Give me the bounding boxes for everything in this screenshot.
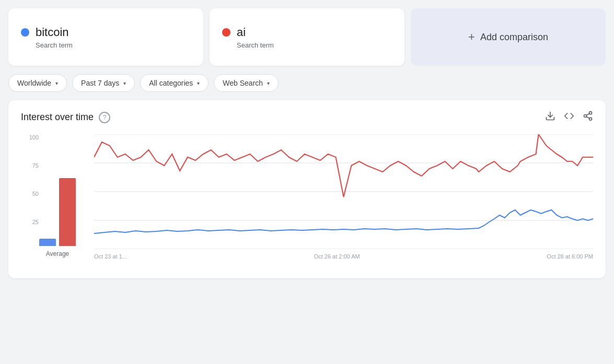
time-chevron-icon: ▾ <box>123 80 126 86</box>
term-header-ai: ai <box>222 26 392 39</box>
search-type-chevron-icon: ▾ <box>267 80 270 86</box>
y-axis: 100 75 50 25 <box>21 134 42 249</box>
term-card-ai: ai Search term <box>210 8 404 66</box>
bitcoin-term-name: bitcoin <box>36 26 69 39</box>
add-icon: + <box>468 30 475 44</box>
bitcoin-term-type: Search term <box>36 41 191 49</box>
y-label-75: 75 <box>21 162 42 169</box>
category-filter-label: All categories <box>149 79 193 87</box>
line-chart-wrapper: 100 75 50 25 <box>94 134 593 270</box>
card-title-group: Interest over time ? <box>21 112 110 123</box>
x-label-1: Oct 23 at 1... <box>94 253 127 260</box>
y-label-100: 100 <box>21 134 42 140</box>
svg-line-5 <box>586 113 589 115</box>
help-icon[interactable]: ? <box>99 112 110 123</box>
avg-label: Average <box>46 250 69 257</box>
y-label-50: 50 <box>21 191 42 197</box>
term-header-bitcoin: bitcoin <box>21 26 191 39</box>
location-filter[interactable]: Worldwide ▾ <box>8 74 67 92</box>
x-label-2: Oct 26 at 2:00 AM <box>314 253 360 260</box>
time-filter[interactable]: Past 7 days ▾ <box>72 74 135 92</box>
ai-term-name: ai <box>237 26 246 39</box>
category-chevron-icon: ▾ <box>197 80 200 86</box>
x-label-3: Oct 28 at 6:00 PM <box>547 253 593 260</box>
category-filter[interactable]: All categories ▾ <box>140 74 208 92</box>
ai-term-type: Search term <box>237 41 392 49</box>
add-comparison-card[interactable]: + Add comparison <box>411 8 606 66</box>
location-chevron-icon: ▾ <box>55 80 58 86</box>
x-axis-labels: Oct 23 at 1... Oct 26 at 2:00 AM Oct 28 … <box>94 251 593 260</box>
svg-line-4 <box>586 116 589 118</box>
add-comparison-content: + Add comparison <box>468 30 548 44</box>
time-filter-label: Past 7 days <box>81 79 119 87</box>
card-header: Interest over time ? <box>21 111 593 124</box>
interest-over-time-card: Interest over time ? Average <box>8 100 606 278</box>
filter-bar: Worldwide ▾ Past 7 days ▾ All categories… <box>0 66 614 100</box>
chart-container: Average 100 75 50 25 <box>21 134 593 270</box>
ai-dot <box>222 28 230 37</box>
embed-icon[interactable] <box>564 111 574 124</box>
download-icon[interactable] <box>545 111 555 124</box>
search-type-filter-label: Web Search <box>223 79 263 87</box>
location-filter-label: Worldwide <box>17 79 51 87</box>
y-label-25: 25 <box>21 219 42 225</box>
avg-bars <box>39 152 76 246</box>
top-section: bitcoin Search term ai Search term + Add… <box>0 0 614 66</box>
search-type-filter[interactable]: Web Search ▾ <box>214 74 279 92</box>
avg-bar-ai <box>59 178 76 246</box>
card-title: Interest over time <box>21 112 94 123</box>
ai-line <box>94 134 593 197</box>
add-comparison-label: Add comparison <box>480 32 548 43</box>
line-chart-svg <box>94 134 593 249</box>
share-icon[interactable] <box>583 111 593 124</box>
card-actions <box>545 111 593 124</box>
bitcoin-line <box>94 210 593 233</box>
bitcoin-dot <box>21 28 29 37</box>
term-card-bitcoin: bitcoin Search term <box>8 8 203 66</box>
svg-wrapper: Oct 23 at 1... Oct 26 at 2:00 AM Oct 28 … <box>94 134 593 249</box>
